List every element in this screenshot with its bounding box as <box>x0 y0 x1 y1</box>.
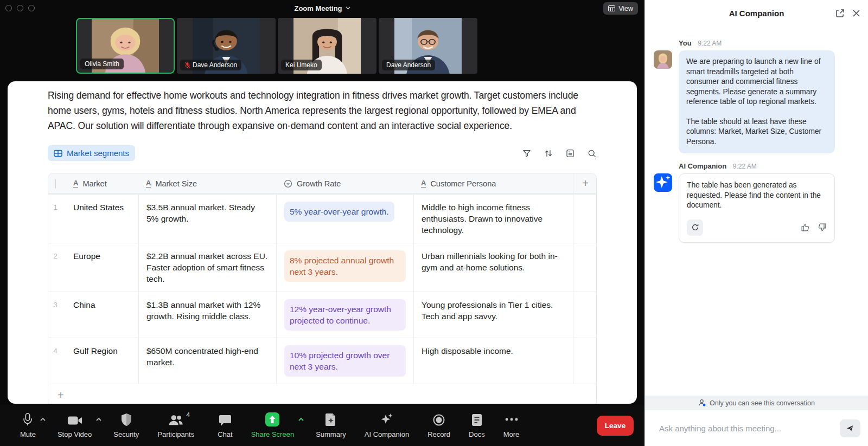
growth-highlight: 8% projected annual growth next 3 years. <box>284 250 406 282</box>
cell-market[interactable]: United States <box>70 195 138 243</box>
docs-button[interactable]: Docs <box>469 412 485 438</box>
table-row[interactable]: 2 Europe $2.2B annual market across EU. … <box>48 243 596 292</box>
cell-extra <box>573 292 597 338</box>
more-dots-icon <box>505 412 518 426</box>
thumbs-down-icon[interactable] <box>818 223 827 232</box>
message-sender-row: You 9:22 AM <box>679 39 859 47</box>
popout-icon[interactable] <box>835 9 845 18</box>
table-icon <box>54 149 62 158</box>
search-icon[interactable] <box>587 148 597 158</box>
mute-options-chevron[interactable] <box>40 417 46 422</box>
participant-name-label: Dave Anderson <box>180 60 241 70</box>
cell-market-size[interactable]: $3.5B annual market. Steady 5% growth. <box>138 195 276 243</box>
market-segments-chip[interactable]: Market segments <box>48 145 135 161</box>
row-number: 1 <box>48 195 70 243</box>
cell-customer-persona[interactable]: Urban millennials looking for both in-gy… <box>413 243 573 292</box>
message-time: 9:22 AM <box>698 40 722 47</box>
cell-market[interactable]: Gulf Region <box>70 338 138 384</box>
cell-customer-persona[interactable]: High disposable income. <box>413 338 573 384</box>
participant-name: Dave Anderson <box>193 61 237 69</box>
select-type-icon <box>284 179 292 188</box>
video-strip: Olivia Smith <box>76 18 477 74</box>
mute-button[interactable]: Mute <box>20 412 36 438</box>
table-row[interactable]: 1 United States $3.5B annual market. Ste… <box>48 194 596 243</box>
regenerate-icon[interactable] <box>687 219 703 236</box>
growth-highlight: 5% year-over-year growth. <box>284 202 394 222</box>
cell-growth-rate[interactable]: 10% projected growth over next 3 years. <box>276 338 413 384</box>
private-person-icon <box>698 399 706 407</box>
table-toolbar <box>522 148 597 158</box>
cell-growth-rate[interactable]: 8% projected annual growth next 3 years. <box>276 243 413 292</box>
ai-sparkle-icon <box>380 412 394 426</box>
sort-icon[interactable] <box>544 148 553 158</box>
ai-message-bubble: The table has been generated as requeste… <box>679 173 835 243</box>
participant-name-label: Dave Anderson <box>382 60 435 70</box>
shared-document: Rising demand for effective home workout… <box>8 81 637 404</box>
video-camera-icon <box>67 412 82 426</box>
message-sender-row: AI Companion 9:22 AM <box>679 162 859 170</box>
cell-customer-persona[interactable]: Middle to high income fitness enthusiast… <box>413 195 573 243</box>
cell-growth-rate[interactable]: 5% year-over-year growth. <box>276 195 413 243</box>
message-sender: AI Companion <box>679 162 726 170</box>
share-options-chevron[interactable] <box>298 417 304 422</box>
column-header-market[interactable]: AMarket <box>70 179 138 188</box>
cell-market[interactable]: Europe <box>70 243 138 292</box>
document-paragraph: Rising demand for effective home workout… <box>48 88 597 133</box>
record-button[interactable]: Record <box>427 412 450 438</box>
main-meeting-area: Zoom Meeting View <box>0 0 644 446</box>
participant-tile-olivia-smith[interactable]: Olivia Smith <box>76 18 175 74</box>
cell-extra <box>573 195 597 243</box>
ai-companion-button[interactable]: AI Companion <box>365 412 409 438</box>
leave-button[interactable]: Leave <box>597 416 634 436</box>
participant-tile-dave-anderson-1[interactable]: Dave Anderson <box>177 18 276 74</box>
titlebar: Zoom Meeting View <box>0 0 644 16</box>
filter-icon[interactable] <box>522 148 532 158</box>
cell-customer-persona[interactable]: Young professionals in Tier 1 cities. Te… <box>413 292 573 338</box>
add-column-button[interactable]: + <box>573 173 597 193</box>
shield-icon <box>120 412 132 426</box>
select-all-checkbox[interactable] <box>55 179 56 189</box>
add-row-button[interactable]: + <box>58 389 64 402</box>
meeting-title-menu[interactable]: Zoom Meeting <box>0 0 644 16</box>
cell-market-size[interactable]: $1.3B annual market with 12% growth. Ris… <box>138 292 276 338</box>
view-button[interactable]: View <box>603 2 638 15</box>
microphone-icon <box>22 412 34 426</box>
chevron-down-icon <box>346 7 350 10</box>
stop-video-button[interactable]: Stop Video <box>58 412 92 438</box>
table-row[interactable]: 4 Gulf Region $650M concentrated high-en… <box>48 338 596 384</box>
participants-button[interactable]: 4 Participants <box>157 412 194 438</box>
column-header-customer-persona[interactable]: ACustomer Persona <box>413 179 573 188</box>
cell-extra <box>573 338 597 384</box>
close-icon[interactable] <box>852 9 860 17</box>
more-button[interactable]: More <box>503 412 520 438</box>
security-button[interactable]: Security <box>113 412 139 438</box>
ai-panel-header: AI Companion <box>645 0 868 26</box>
participant-name-label: Kei Umeko <box>281 60 322 70</box>
table-row[interactable]: 3 China $1.3B annual market with 12% gro… <box>48 292 596 338</box>
summary-button[interactable]: Summary <box>316 412 346 438</box>
card-view-icon[interactable] <box>565 148 575 158</box>
column-header-market-size[interactable]: AMarket Size <box>138 179 276 188</box>
share-screen-button[interactable]: Share Screen <box>251 412 295 438</box>
cell-extra <box>573 243 597 292</box>
participant-tile-dave-anderson-2[interactable]: Dave Anderson <box>379 18 477 74</box>
column-header-growth-rate[interactable]: Growth Rate <box>276 179 413 188</box>
cell-market[interactable]: China <box>70 292 138 338</box>
chat-button[interactable]: Chat <box>218 412 232 438</box>
participant-tile-kei-umeko[interactable]: Kei Umeko <box>278 18 376 74</box>
thumbs-up-icon[interactable] <box>801 223 810 232</box>
cell-market-size[interactable]: $650M concentrated high-end market. <box>138 338 276 384</box>
ai-chat-input[interactable] <box>659 424 834 433</box>
cell-growth-rate[interactable]: 12% year-over-year growth projected to c… <box>276 292 413 338</box>
message-text: The table has been generated as requeste… <box>687 180 827 211</box>
docs-icon <box>471 412 482 426</box>
send-icon[interactable] <box>840 419 860 437</box>
user-avatar <box>654 50 672 69</box>
cell-market-size[interactable]: $2.2B annual market across EU. Faster ad… <box>138 243 276 292</box>
text-type-icon: A <box>146 179 151 188</box>
row-number: 4 <box>48 338 70 384</box>
video-options-chevron[interactable] <box>95 417 102 422</box>
mic-muted-icon <box>184 62 190 68</box>
ai-chat-input-row <box>645 410 868 446</box>
text-type-icon: A <box>73 179 78 188</box>
